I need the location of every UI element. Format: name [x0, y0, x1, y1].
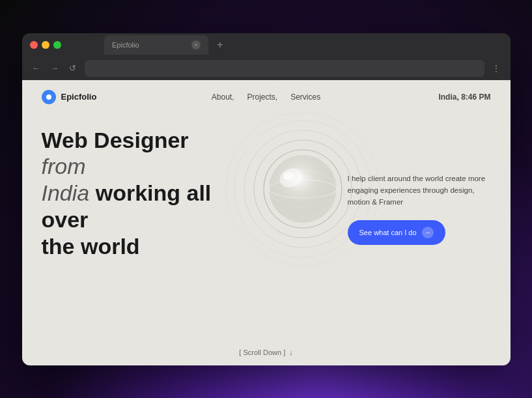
browser-tab-active[interactable]: Epicfolio ×	[104, 35, 208, 55]
hero-line1-normal: Web Designer	[42, 128, 189, 152]
hero-title: Web Designer from India working all over…	[42, 127, 224, 260]
website-content: Epicfolio About, Projects, Services Indi…	[22, 80, 511, 365]
cta-arrow-icon: →	[422, 227, 434, 238]
back-button[interactable]: ←	[30, 62, 43, 75]
browser-menu-button[interactable]: ⋮	[490, 62, 503, 75]
nav-location: India, 8:46 PM	[438, 92, 490, 102]
nav-time: 8:46 PM	[461, 92, 490, 102]
tab-close-button[interactable]: ×	[191, 40, 201, 50]
nav-country: India,	[438, 92, 458, 102]
address-bar[interactable]	[85, 60, 484, 77]
nav-links: About, Projects, Services	[212, 92, 320, 102]
tab-title: Epicfolio	[112, 41, 139, 49]
svg-point-5	[269, 155, 337, 223]
hero-line1-italic: from	[42, 154, 86, 178]
traffic-light-yellow[interactable]	[42, 41, 49, 49]
traffic-light-red[interactable]	[30, 41, 38, 49]
forward-button[interactable]: →	[48, 62, 61, 75]
hero-section: Web Designer from India working all over…	[22, 114, 511, 260]
site-nav: Epicfolio About, Projects, Services Indi…	[22, 80, 511, 114]
tab-bar: Epicfolio × +	[52, 33, 281, 57]
scroll-label: [ Scroll Down ]	[239, 348, 285, 356]
tagline: I help client around the world create mo…	[348, 173, 491, 208]
nav-projects[interactable]: Projects,	[247, 92, 278, 102]
scroll-arrow-icon: ↓	[289, 348, 293, 356]
logo-icon-inner	[46, 94, 51, 100]
logo-area: Epicfolio	[42, 90, 97, 104]
refresh-button[interactable]: ↺	[66, 62, 79, 75]
cta-label: See what can I do	[359, 229, 417, 236]
browser-chrome: Epicfolio × + ← → ↺ ⋮	[22, 33, 511, 80]
browser-toolbar: ← → ↺ ⋮	[22, 57, 511, 79]
browser-window: Epicfolio × + ← → ↺ ⋮ Epicfolio	[22, 33, 511, 365]
browser-titlebar: Epicfolio × +	[22, 33, 511, 57]
cta-button[interactable]: See what can I do →	[348, 220, 445, 245]
right-content: I help client around the world create mo…	[348, 173, 491, 245]
hero-line3: the world	[42, 234, 140, 259]
hero-india: India	[42, 180, 96, 205]
logo-icon	[42, 90, 56, 104]
nav-services[interactable]: Services	[290, 92, 320, 102]
nav-about[interactable]: About,	[212, 92, 234, 102]
scroll-down: [ Scroll Down ] ↓	[239, 348, 292, 356]
logo-text: Epicfolio	[61, 92, 97, 102]
new-tab-button[interactable]: +	[211, 36, 229, 54]
